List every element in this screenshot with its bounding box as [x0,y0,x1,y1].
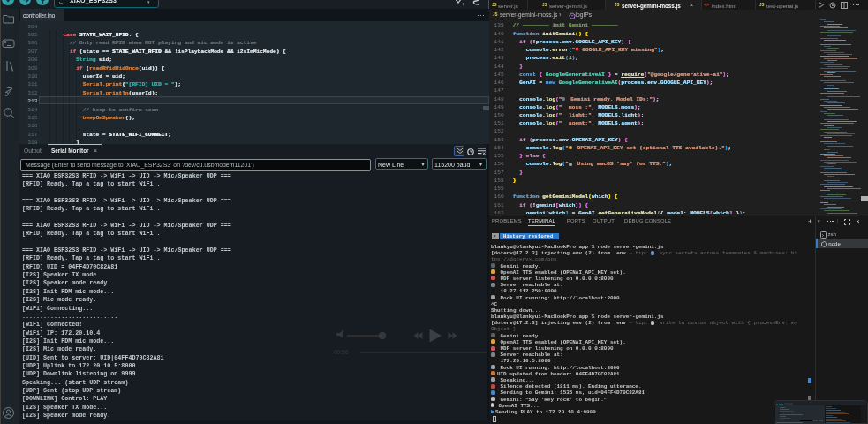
svg-text:00:56: 00:56 [334,349,349,355]
